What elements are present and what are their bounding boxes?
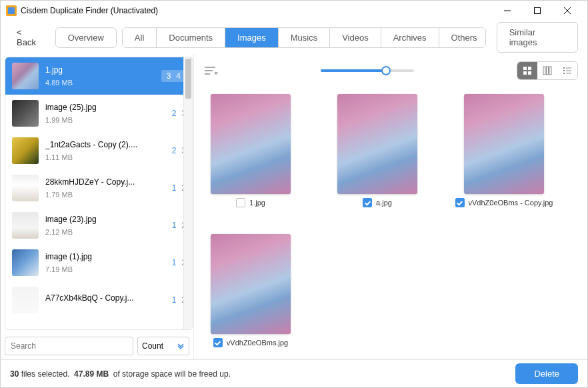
- svg-rect-3: [534, 8, 540, 14]
- svg-rect-18: [563, 70, 565, 71]
- group-name: 1.jpg: [45, 65, 155, 75]
- tab-archives[interactable]: Archives: [381, 28, 439, 47]
- delete-button[interactable]: Delete: [515, 363, 578, 384]
- thumbnail-card[interactable]: a.jpg: [334, 94, 421, 207]
- view-mode-toggle: [517, 61, 578, 80]
- group-name: A77cXb4kBqQ - Copy.j...: [45, 293, 165, 303]
- group-thumbnail: [12, 212, 39, 239]
- window-controls: [492, 1, 582, 20]
- close-button[interactable]: [552, 1, 582, 20]
- tab-musics[interactable]: Musics: [279, 28, 330, 47]
- group-selected-count: 2: [172, 146, 177, 155]
- group-name: 28kkmHJDZeY - Copy.j...: [45, 177, 165, 187]
- group-thumbnail: [12, 175, 39, 201]
- group-size: 7.19 MB: [45, 265, 165, 273]
- svg-rect-11: [523, 71, 527, 75]
- thumbnail-grid: 1.jpga.jpgvVdhZ0eOBms - Copy.jpgvVdhZ0eO…: [194, 87, 587, 359]
- title-bar: Cisdem Duplicate Finder (Unactivated): [1, 1, 587, 21]
- thumbnail-image: [211, 234, 291, 334]
- group-row[interactable]: image (25).jpg1.99 MB23: [5, 95, 193, 132]
- group-size: 4.89 MB: [45, 79, 155, 87]
- category-tabs: All Documents Images Musics Videos Archi…: [122, 27, 486, 48]
- group-selected-count: 1: [172, 183, 177, 193]
- group-total-count: 4: [176, 71, 181, 81]
- view-columns-button[interactable]: [537, 62, 557, 79]
- sidebar-scrollbar[interactable]: [183, 57, 193, 329]
- thumbnail-checkbox[interactable]: [363, 198, 372, 207]
- tab-documents[interactable]: Documents: [157, 28, 225, 47]
- group-row[interactable]: image (1).jpg7.19 MB12: [5, 244, 193, 281]
- svg-rect-20: [563, 73, 565, 74]
- svg-rect-12: [528, 71, 531, 75]
- group-info: image (25).jpg1.99 MB: [45, 103, 165, 124]
- thumbnail-checkbox[interactable]: [455, 198, 465, 207]
- similar-images-button[interactable]: Similar images: [497, 22, 578, 53]
- group-list: 1.jpg4.89 MB34image (25).jpg1.99 MB23_1n…: [5, 57, 193, 330]
- group-thumbnail: [12, 100, 39, 127]
- group-name: image (1).jpg: [45, 252, 165, 261]
- gallery-toolbar: [194, 54, 587, 87]
- thumbnail-footer: 1.jpg: [201, 198, 301, 207]
- toolbar: < Back Overview All Documents Images Mus…: [1, 21, 587, 54]
- svg-rect-9: [523, 67, 527, 70]
- group-info: 1.jpg4.89 MB: [45, 65, 155, 87]
- group-selected-count: 3: [167, 71, 171, 81]
- view-grid-button[interactable]: [517, 62, 537, 79]
- chevron-down-icon: [177, 342, 185, 350]
- thumbnail-checkbox[interactable]: [213, 338, 223, 347]
- group-row[interactable]: image (23).jpg2.12 MB12: [5, 207, 193, 244]
- duplicate-groups-sidebar: 1.jpg4.89 MB34image (25).jpg1.99 MB23_1n…: [1, 54, 194, 359]
- thumbnail-image: [337, 94, 417, 194]
- thumbnail-footer: vVdhZ0eOBms.jpg: [201, 338, 301, 347]
- group-selected-count: 1: [172, 221, 177, 230]
- sort-select[interactable]: Count: [137, 337, 189, 355]
- group-thumbnail: [12, 137, 39, 164]
- thumbnail-label: a.jpg: [376, 199, 392, 207]
- group-row[interactable]: 1.jpg4.89 MB34: [5, 57, 193, 95]
- maximize-button[interactable]: [522, 1, 552, 20]
- group-info: _1nt2aGacts - Copy (2)....1.11 MB: [45, 140, 165, 161]
- back-button[interactable]: < Back: [10, 23, 50, 51]
- status-text: 30 files selected. 47.89 MB of storage s…: [10, 369, 231, 379]
- thumbnail-footer: a.jpg: [327, 198, 427, 207]
- minimize-button[interactable]: [492, 1, 522, 20]
- thumbnail-card[interactable]: vVdhZ0eOBms - Copy.jpg: [461, 94, 547, 207]
- group-thumbnail: [12, 249, 39, 276]
- app-icon: [6, 5, 17, 16]
- svg-rect-13: [543, 67, 545, 75]
- group-row[interactable]: A77cXb4kBqQ - Copy.j...12: [5, 281, 193, 319]
- group-name: image (23).jpg: [45, 215, 165, 224]
- tab-all[interactable]: All: [123, 28, 157, 47]
- thumbnail-card[interactable]: vVdhZ0eOBms.jpg: [207, 234, 294, 347]
- thumbnail-card[interactable]: 1.jpg: [207, 94, 294, 207]
- sort-select-label: Count: [142, 341, 163, 351]
- tab-videos[interactable]: Videos: [330, 28, 381, 47]
- group-selected-count: 1: [172, 295, 177, 305]
- group-info: 28kkmHJDZeY - Copy.j...1.79 MB: [45, 177, 165, 199]
- tab-others[interactable]: Others: [439, 28, 486, 47]
- group-row[interactable]: _1nt2aGacts - Copy (2)....1.11 MB23: [5, 132, 193, 169]
- thumbnail-label: 1.jpg: [249, 199, 265, 207]
- status-bar: 30 files selected. 47.89 MB of storage s…: [1, 359, 587, 387]
- overview-button[interactable]: Overview: [55, 27, 117, 48]
- group-selected-count: 1: [172, 258, 177, 267]
- tab-images[interactable]: Images: [225, 28, 279, 47]
- sort-icon[interactable]: [203, 65, 218, 77]
- sidebar-footer: Count: [1, 333, 193, 359]
- thumbnail-footer: vVdhZ0eOBms - Copy.jpg: [454, 198, 554, 207]
- view-list-button[interactable]: [557, 62, 577, 79]
- file-gallery: 1.jpga.jpgvVdhZ0eOBms - Copy.jpgvVdhZ0eO…: [194, 54, 587, 359]
- thumbnail-checkbox[interactable]: [236, 198, 245, 207]
- svg-rect-15: [549, 67, 551, 75]
- thumbnail-image: [464, 94, 544, 194]
- group-row[interactable]: 28kkmHJDZeY - Copy.j...1.79 MB12: [5, 169, 193, 207]
- group-info: image (23).jpg2.12 MB: [45, 215, 165, 236]
- group-info: image (1).jpg7.19 MB: [45, 252, 165, 273]
- main-area: 1.jpg4.89 MB34image (25).jpg1.99 MB23_1n…: [1, 54, 587, 359]
- group-size: 2.12 MB: [45, 228, 165, 236]
- sidebar-scrollbar-thumb[interactable]: [185, 59, 191, 99]
- search-input[interactable]: [5, 337, 133, 355]
- thumbnail-size-slider[interactable]: [218, 69, 517, 72]
- window-title: Cisdem Duplicate Finder (Unactivated): [21, 6, 492, 15]
- thumbnail-label: vVdhZ0eOBms - Copy.jpg: [469, 199, 553, 207]
